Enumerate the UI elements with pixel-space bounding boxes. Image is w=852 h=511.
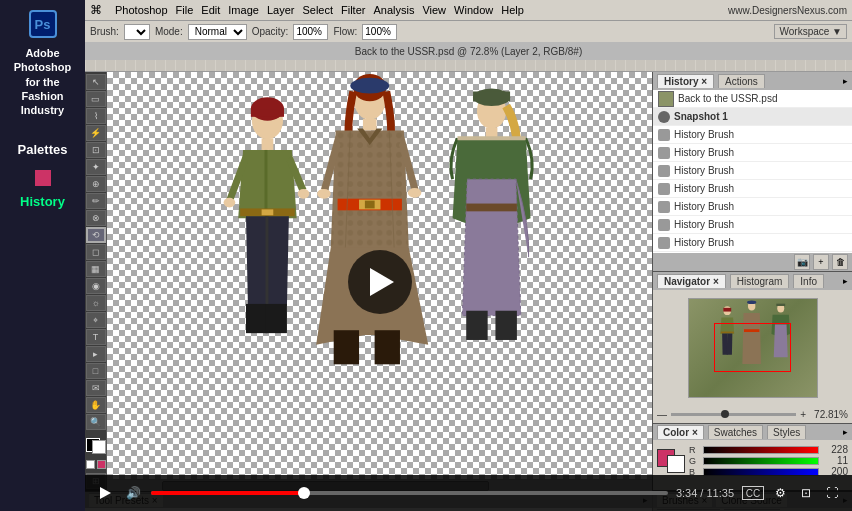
tool-type[interactable]: T xyxy=(86,329,106,345)
background-color[interactable] xyxy=(92,440,106,454)
menu-photoshop[interactable]: Photoshop xyxy=(115,4,168,16)
tool-lasso[interactable]: ⌇ xyxy=(86,108,106,124)
history-brush-5[interactable]: History Brush xyxy=(653,198,852,216)
tool-zoom[interactable]: 🔍 xyxy=(86,414,106,430)
history-panel-menu[interactable]: ▸ xyxy=(843,76,848,86)
ruler-horizontal xyxy=(85,60,852,72)
fullscreen-button[interactable]: ⛶ xyxy=(822,483,842,503)
tool-move[interactable]: ↖ xyxy=(86,74,106,90)
play-pause-button[interactable] xyxy=(95,483,115,503)
tool-shape[interactable]: □ xyxy=(86,363,106,379)
color-swatch[interactable] xyxy=(35,170,51,186)
tool-magic-wand[interactable]: ⚡ xyxy=(86,125,106,141)
svg-point-20 xyxy=(317,189,331,199)
fg-bg-colors[interactable] xyxy=(86,438,106,454)
volume-button[interactable]: 🔊 xyxy=(123,483,143,503)
flow-input[interactable] xyxy=(362,24,397,40)
svg-rect-2 xyxy=(251,109,284,117)
navigator-tab-bar: Navigator × Histogram Info ▸ xyxy=(653,272,852,290)
menu-file[interactable]: File xyxy=(176,4,194,16)
brush-history-icon-7 xyxy=(658,237,670,249)
svg-rect-9 xyxy=(246,304,267,333)
tab-info[interactable]: Info xyxy=(793,274,824,288)
navigator-menu[interactable]: ▸ xyxy=(843,276,848,286)
brush-history-icon xyxy=(658,129,670,141)
new-doc-btn[interactable]: + xyxy=(813,254,829,270)
tab-history[interactable]: History × xyxy=(657,74,714,88)
tab-actions[interactable]: Actions xyxy=(718,74,765,88)
zoom-slider[interactable] xyxy=(671,413,796,416)
snapshot-icon xyxy=(658,111,670,123)
mode-select[interactable]: Normal xyxy=(188,24,247,40)
tool-eraser[interactable]: ◻ xyxy=(86,244,106,260)
menu-view[interactable]: View xyxy=(422,4,446,16)
settings-button[interactable]: ⚙ xyxy=(770,483,790,503)
progress-bar[interactable] xyxy=(151,491,668,495)
delete-state-btn[interactable]: 🗑 xyxy=(832,254,848,270)
history-brush-1[interactable]: History Brush xyxy=(653,126,852,144)
fg-bg-color-swatch[interactable] xyxy=(657,449,685,473)
tool-marquee[interactable]: ▭ xyxy=(86,91,106,107)
theater-button[interactable]: ⊡ xyxy=(796,483,816,503)
svg-rect-10 xyxy=(265,304,286,333)
opacity-label: Opacity: xyxy=(252,26,289,37)
right-panels: History × Actions ▸ Back to the USSR.psd… xyxy=(652,72,852,491)
history-brush-7[interactable]: History Brush xyxy=(653,234,852,252)
background-color-swatch[interactable] xyxy=(667,455,685,473)
history-brush-2[interactable]: History Brush xyxy=(653,144,852,162)
tab-styles[interactable]: Styles xyxy=(767,425,806,439)
tool-pen[interactable]: ⌖ xyxy=(86,312,106,328)
history-content: Back to the USSR.psd Snapshot 1 History … xyxy=(653,90,852,253)
history-panel: History × Actions ▸ Back to the USSR.psd… xyxy=(653,72,852,272)
tool-history-brush[interactable]: ⟲ xyxy=(86,227,106,243)
menu-window[interactable]: Window xyxy=(454,4,493,16)
opacity-input[interactable] xyxy=(293,24,328,40)
history-brush-3[interactable]: History Brush xyxy=(653,162,852,180)
standard-mode-btn[interactable] xyxy=(86,460,95,469)
tool-clone[interactable]: ⊗ xyxy=(86,210,106,226)
tool-eyedropper[interactable]: ✦ xyxy=(86,159,106,175)
tool-healing[interactable]: ⊕ xyxy=(86,176,106,192)
zoom-out-icon[interactable]: — xyxy=(657,409,667,420)
tab-histogram[interactable]: Histogram xyxy=(730,274,790,288)
tab-navigator[interactable]: Navigator × xyxy=(657,274,726,288)
zoom-in-icon[interactable]: + xyxy=(800,409,806,420)
history-item-file[interactable]: Back to the USSR.psd xyxy=(653,90,852,108)
history-brush-4[interactable]: History Brush xyxy=(653,180,852,198)
color-panel-menu[interactable]: ▸ xyxy=(843,427,848,437)
tool-dodge[interactable]: ☼ xyxy=(86,295,106,311)
tool-crop[interactable]: ⊡ xyxy=(86,142,106,158)
brush-history-icon-3 xyxy=(658,165,670,177)
menu-edit[interactable]: Edit xyxy=(201,4,220,16)
menu-image[interactable]: Image xyxy=(228,4,259,16)
brush-select[interactable] xyxy=(124,24,150,40)
tab-color[interactable]: Color × xyxy=(657,425,704,439)
navigator-preview xyxy=(653,290,852,405)
cc-button[interactable]: CC xyxy=(742,486,764,500)
tool-hand[interactable]: ✋ xyxy=(86,397,106,413)
menu-filter[interactable]: Filter xyxy=(341,4,365,16)
zoom-slider-thumb[interactable] xyxy=(721,410,729,418)
menu-help[interactable]: Help xyxy=(501,4,524,16)
tool-notes[interactable]: ✉ xyxy=(86,380,106,396)
play-button[interactable] xyxy=(348,250,412,314)
sidebar-title: Adobe Photoshop for the Fashion Industry xyxy=(5,46,80,117)
new-snapshot-btn[interactable]: 📷 xyxy=(794,254,810,270)
progress-thumb[interactable] xyxy=(298,487,310,499)
tool-blur[interactable]: ◉ xyxy=(86,278,106,294)
tool-brush[interactable]: ✏ xyxy=(86,193,106,209)
tool-gradient[interactable]: ▦ xyxy=(86,261,106,277)
history-item-snapshot[interactable]: Snapshot 1 xyxy=(653,108,852,126)
workspace-dropdown[interactable]: Workspace ▼ xyxy=(774,24,847,39)
tab-swatches[interactable]: Swatches xyxy=(708,425,763,439)
navigator-panel: Navigator × Histogram Info ▸ xyxy=(653,272,852,424)
tool-path-select[interactable]: ▸ xyxy=(86,346,106,362)
g-channel-slider[interactable] xyxy=(703,457,819,465)
quick-mask-btn[interactable] xyxy=(97,460,106,469)
history-brush-6[interactable]: History Brush xyxy=(653,216,852,234)
r-channel-slider[interactable] xyxy=(703,446,819,454)
menu-select[interactable]: Select xyxy=(302,4,333,16)
website-url: www.DesignersNexus.com xyxy=(728,5,847,16)
menu-layer[interactable]: Layer xyxy=(267,4,295,16)
menu-analysis[interactable]: Analysis xyxy=(373,4,414,16)
